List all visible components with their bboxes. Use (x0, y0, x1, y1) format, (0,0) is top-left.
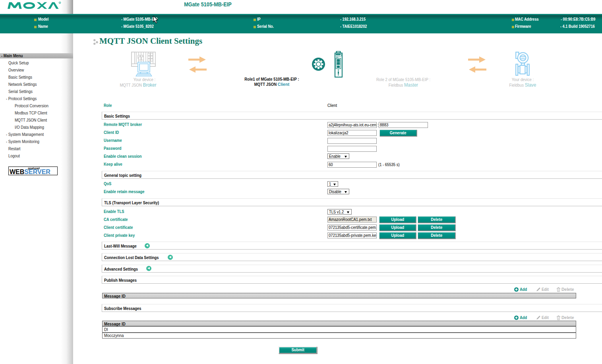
svg-text:R: R (59, 2, 60, 4)
